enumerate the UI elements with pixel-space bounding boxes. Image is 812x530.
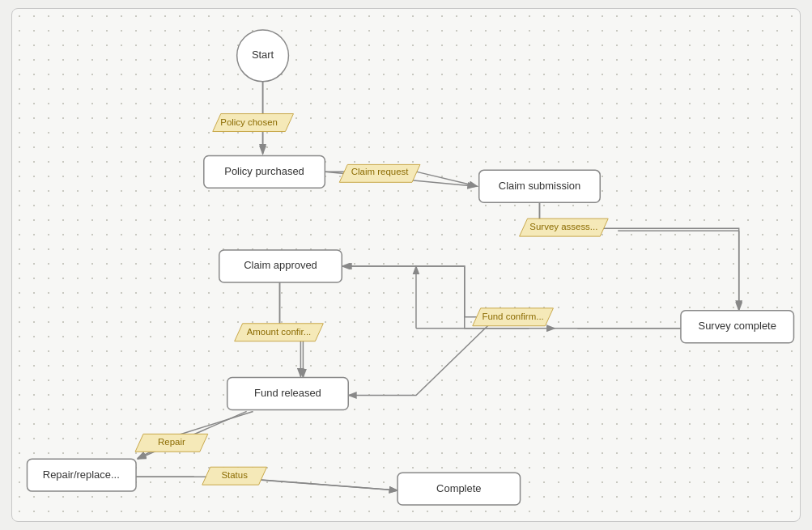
node-repair-replace-label: Repair/replace... <box>43 469 120 481</box>
node-claim-submission-label: Claim submission <box>499 180 580 192</box>
connector-fr-repair1 <box>174 411 253 436</box>
node-policy-purchased-label: Policy purchased <box>224 165 304 177</box>
label-text-amount-confir: Amount confir... <box>247 327 312 337</box>
conn-rr-complete <box>134 477 397 490</box>
conn-sa-sc <box>602 228 738 311</box>
node-complete-label: Complete <box>436 482 481 494</box>
label-text-status: Status <box>221 470 248 480</box>
label-text-fund-confirm: Fund confirm... <box>482 312 543 321</box>
diagram-container: Policy chosen Claim request Survey asses… <box>11 8 801 522</box>
label-text-policy-chosen: Policy chosen <box>220 117 278 127</box>
node-claim-approved-label: Claim approved <box>244 259 317 271</box>
node-survey-complete-label: Survey complete <box>699 320 776 332</box>
label-text-survey-assess: Survey assess... <box>529 222 597 231</box>
node-start-label: Start <box>252 49 274 61</box>
node-fund-released-label: Fund released <box>254 387 321 399</box>
label-text-repair: Repair <box>158 437 185 447</box>
label-text-claim-request: Claim request <box>351 167 409 176</box>
